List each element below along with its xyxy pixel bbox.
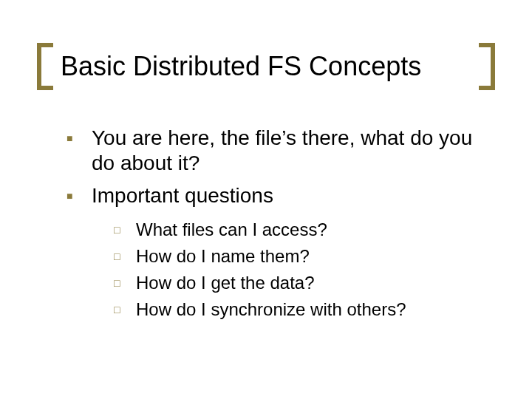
title-row: Basic Distributed FS Concepts — [37, 43, 495, 90]
square-bullet-icon: ■ — [66, 126, 92, 151]
list-item: □ What files can I access? — [114, 219, 488, 241]
list-item-text: How do I name them? — [136, 245, 310, 267]
list-item: ■ Important questions — [66, 183, 488, 208]
list-item: □ How do I get the data? — [114, 272, 488, 294]
list-item-text: You are here, the file’s there, what do … — [92, 126, 488, 176]
list-item: ■ You are here, the file’s there, what d… — [66, 126, 488, 176]
hollow-square-bullet-icon: □ — [114, 219, 136, 241]
slide-body: ■ You are here, the file’s there, what d… — [66, 126, 488, 325]
hollow-square-bullet-icon: □ — [114, 245, 136, 267]
list-item: □ How do I synchronize with others? — [114, 299, 488, 321]
hollow-square-bullet-icon: □ — [114, 272, 136, 294]
list-item-text: What files can I access? — [136, 219, 327, 241]
list-item-text: Important questions — [92, 183, 273, 208]
bracket-left-icon — [37, 43, 53, 90]
square-bullet-icon: ■ — [66, 183, 92, 208]
slide-title: Basic Distributed FS Concepts — [53, 51, 479, 82]
list-item-text: How do I get the data? — [136, 272, 315, 294]
bracket-right-icon — [479, 43, 495, 90]
list-item: □ How do I name them? — [114, 245, 488, 267]
list-item-text: How do I synchronize with others? — [136, 299, 406, 321]
hollow-square-bullet-icon: □ — [114, 299, 136, 321]
sub-list: □ What files can I access? □ How do I na… — [114, 219, 488, 321]
